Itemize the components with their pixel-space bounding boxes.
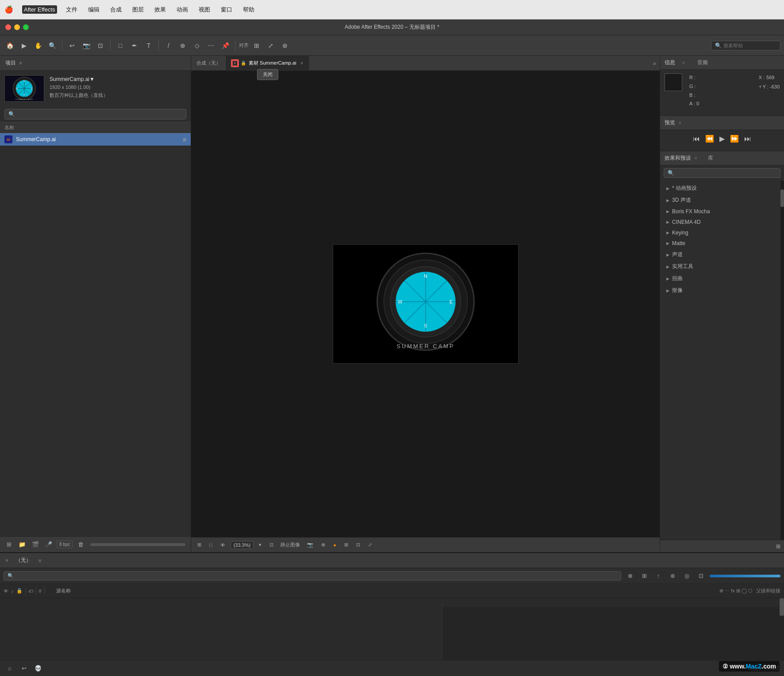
viewer-zoom-dropdown[interactable]: ▾ <box>256 541 264 549</box>
viewer-region-button[interactable]: ⊡ <box>267 541 276 549</box>
microphone-button[interactable]: 🎤 <box>43 539 54 550</box>
timeline-tool-5[interactable]: ◎ <box>681 571 692 581</box>
audio-tab[interactable]: 音频 <box>697 59 708 66</box>
info-tab[interactable]: 信息 <box>665 59 675 66</box>
timeline-tool-1[interactable]: ⊕ <box>625 571 635 581</box>
apple-menu[interactable]: 🍎 <box>4 5 13 14</box>
timeline-home-button[interactable]: ⌂ <box>4 663 15 674</box>
effects-collapse-button[interactable]: ⊞ <box>776 543 780 549</box>
viewer-zoom-display[interactable]: (33.3%) <box>231 541 254 549</box>
menubar-effect[interactable]: 效果 <box>153 5 168 15</box>
project-panel-menu-icon[interactable]: ≡ <box>19 61 22 65</box>
help-search[interactable]: 🔍 <box>711 41 780 50</box>
footage-tab-close-button[interactable]: × <box>232 60 238 66</box>
undo-button[interactable]: ↩ <box>66 39 78 52</box>
menubar-window[interactable]: 窗口 <box>219 5 234 15</box>
expand-button[interactable]: ⤢ <box>265 39 277 52</box>
effects-item-boris-mocha[interactable]: ▶ Boris FX Mocha <box>660 206 784 217</box>
timeline-graph-button[interactable]: ↩ <box>19 663 29 674</box>
timeline-tool-2[interactable]: ⊞ <box>639 571 649 581</box>
viewer-to-comp-button[interactable]: ⊞ <box>195 541 204 549</box>
align-button[interactable]: ⊞ <box>250 39 263 52</box>
tab-overflow-button[interactable]: » <box>649 60 660 67</box>
render-button[interactable]: ⊛ <box>279 39 291 52</box>
eye-icon[interactable]: 👁 <box>4 588 8 594</box>
project-search-bar[interactable]: 🔍 <box>4 109 186 119</box>
viewer-alpha-button[interactable]: ⊞ <box>342 541 351 549</box>
zoom-tool[interactable]: 🔍 <box>46 39 58 52</box>
skip-to-end-button[interactable]: ⏭ <box>744 135 751 143</box>
close-window-button[interactable] <box>5 24 11 30</box>
camera-tool[interactable]: 📷 <box>80 39 92 52</box>
preview-menu-icon[interactable]: ≡ <box>679 120 681 125</box>
footage-button[interactable]: 🎬 <box>30 539 41 550</box>
timeline-tool-4[interactable]: ⊛ <box>667 571 678 581</box>
timeline-duration-bar[interactable] <box>710 575 780 577</box>
effects-item-distort[interactable]: ▶ 扭曲 <box>660 273 784 284</box>
menubar-composition[interactable]: 合成 <box>108 5 123 15</box>
step-back-button[interactable]: ⏪ <box>705 134 714 143</box>
footage-tab-menu-icon[interactable]: ≡ <box>301 61 304 65</box>
menubar-animation[interactable]: 动画 <box>175 5 190 15</box>
effects-menu-icon[interactable]: ≡ <box>695 156 697 161</box>
effects-scrollbar[interactable] <box>780 181 784 540</box>
viewer-motion-blur-button[interactable]: ⊕ <box>319 541 328 549</box>
pin-tool[interactable]: 📌 <box>219 39 231 52</box>
lock-icon[interactable]: 🔒 <box>16 588 23 594</box>
text-tool[interactable]: T <box>142 39 155 52</box>
project-search-input[interactable] <box>18 111 182 117</box>
timeline-tab-label[interactable]: （无） <box>12 556 35 565</box>
timeline-search-input[interactable] <box>15 573 237 579</box>
timeline-bone-button[interactable]: 💀 <box>33 663 43 674</box>
viewer-resolution-button[interactable]: □ <box>207 542 215 549</box>
timeline-scrollbar-v[interactable] <box>780 598 784 660</box>
viewer-color-button[interactable]: ● <box>331 542 339 549</box>
project-list-item[interactable]: Ai SummerCamp.ai ⊞ <box>0 133 191 146</box>
effects-item-cinema4d[interactable]: ▶ CINEMA 4D <box>660 217 784 227</box>
effects-item-animation-presets[interactable]: ▶ * 动画预设 <box>660 182 784 194</box>
viewer-channels-button[interactable]: 👁 <box>218 542 228 549</box>
effects-item-keying[interactable]: ▶ Keying <box>660 227 784 238</box>
hand-tool[interactable]: ✋ <box>32 39 44 52</box>
skip-to-start-button[interactable]: ⏮ <box>693 135 700 143</box>
effects-item-keyer[interactable]: ▶ 抠像 <box>660 284 784 296</box>
effects-item-channel[interactable]: ▶ 声道 <box>660 249 784 261</box>
timeline-tool-3[interactable]: ↑ <box>653 571 664 581</box>
effects-item-utility[interactable]: ▶ 实用工具 <box>660 261 784 273</box>
effects-search-bar[interactable]: 🔍 <box>664 168 780 178</box>
viewer-expand-button[interactable]: ⤢ <box>365 541 375 549</box>
maximize-window-button[interactable] <box>23 24 29 30</box>
project-item-action-icon[interactable]: ⊞ <box>183 137 186 142</box>
shape-tool[interactable]: □ <box>114 39 127 52</box>
timeline-menu-icon[interactable]: ≡ <box>38 558 41 563</box>
menubar-view[interactable]: 视图 <box>197 5 212 15</box>
menubar-edit[interactable]: 编辑 <box>86 5 101 15</box>
menubar-layer[interactable]: 图层 <box>131 5 146 15</box>
effects-item-3d-channel[interactable]: ▶ 3D 声道 <box>660 194 784 206</box>
viewer-safe-zones-button[interactable]: ⊡ <box>354 541 363 549</box>
menubar-aftereffects[interactable]: After Effects <box>22 5 57 14</box>
roto-tool[interactable]: ⋯ <box>205 39 217 52</box>
home-button[interactable]: 🏠 <box>4 39 16 52</box>
effects-scrollthumb[interactable] <box>780 189 784 207</box>
effects-item-matte[interactable]: ▶ Matte <box>660 238 784 249</box>
menubar-help[interactable]: 帮助 <box>241 5 256 15</box>
minimize-window-button[interactable] <box>14 24 20 30</box>
tag-icon[interactable]: 🏷 <box>28 588 33 594</box>
info-tab-menu[interactable]: ≡ <box>682 60 685 65</box>
viewer-camera-button[interactable]: 📷 <box>304 541 316 549</box>
timeline-scrollthumb-v[interactable] <box>780 598 784 616</box>
footage-tab[interactable]: × 🔒 素材 SummerCamp.ai ≡ 关闭 <box>227 56 309 71</box>
new-folder-button[interactable]: 📁 <box>17 539 27 550</box>
help-search-input[interactable] <box>723 43 776 48</box>
menubar-file[interactable]: 文件 <box>64 5 79 15</box>
pen-tool[interactable]: ✒ <box>128 39 141 52</box>
effects-search-input[interactable] <box>676 170 776 176</box>
marquee-tool[interactable]: ⊡ <box>94 39 107 52</box>
new-composition-button[interactable]: ⊞ <box>4 539 14 550</box>
stamp-tool[interactable]: ⊕ <box>177 39 189 52</box>
trash-button[interactable]: 🗑 <box>75 539 86 550</box>
brush-tool[interactable]: / <box>162 39 175 52</box>
timeline-search-bar[interactable]: 🔍 <box>4 571 621 580</box>
play-button[interactable]: ▶ <box>719 134 725 143</box>
